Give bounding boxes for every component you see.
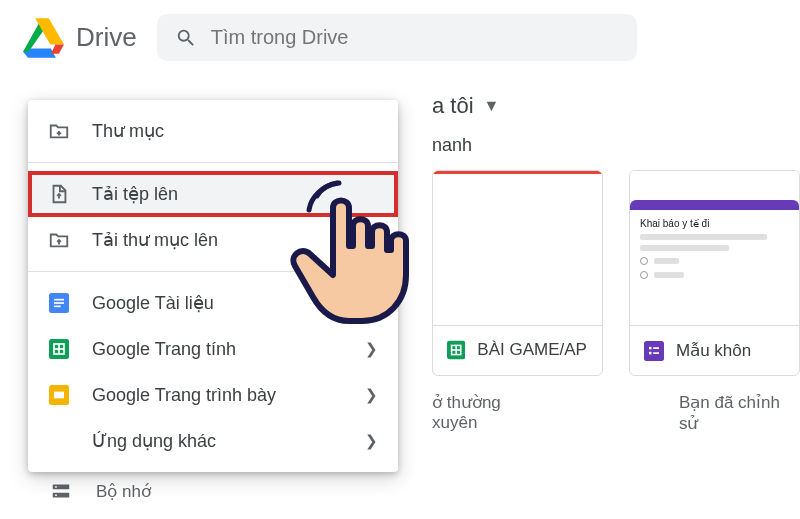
sheets-icon bbox=[48, 338, 70, 360]
menu-item-gsheets[interactable]: Google Trang tính ❯ bbox=[28, 326, 398, 372]
menu-item-gslides[interactable]: Google Trang trình bày ❯ bbox=[28, 372, 398, 418]
menu-label: Google Trang trình bày bbox=[92, 385, 276, 406]
menu-label: Thư mục bbox=[92, 120, 164, 142]
docs-icon bbox=[48, 292, 70, 314]
logo[interactable]: Drive bbox=[20, 18, 137, 58]
menu-label: Ứng dụng khác bbox=[92, 430, 216, 452]
storage-label: Bộ nhớ bbox=[96, 481, 151, 502]
blank-icon bbox=[48, 430, 70, 452]
drive-logo-icon bbox=[20, 18, 64, 58]
svg-rect-20 bbox=[54, 392, 64, 399]
chevron-right-icon: ❯ bbox=[365, 340, 378, 358]
menu-item-new-folder[interactable]: Thư mục bbox=[28, 108, 398, 154]
svg-rect-5 bbox=[649, 346, 652, 349]
card-title: Mẫu khôn bbox=[676, 340, 751, 361]
slides-icon bbox=[48, 384, 70, 406]
menu-item-upload-file[interactable]: Tải tệp lên bbox=[28, 171, 398, 217]
chevron-right-icon: ❯ bbox=[365, 386, 378, 404]
svg-rect-14 bbox=[54, 306, 61, 308]
card-subtitle: Bạn đã chỉnh sử bbox=[679, 392, 800, 434]
new-menu: Thư mục Tải tệp lên Tải thư mục lên Goog… bbox=[28, 100, 398, 472]
chevron-right-icon: ❯ bbox=[365, 432, 378, 450]
search-input[interactable] bbox=[211, 26, 619, 49]
svg-rect-4 bbox=[644, 341, 664, 361]
card-form[interactable]: Khai báo y tế đi Mẫu khôn bbox=[629, 170, 800, 376]
menu-item-gdocs[interactable]: Google Tài liệu ❯ bbox=[28, 280, 398, 326]
app-title: Drive bbox=[76, 22, 137, 53]
svg-point-21 bbox=[55, 486, 57, 488]
card-thumbnail bbox=[433, 171, 602, 326]
menu-label: Tải tệp lên bbox=[92, 183, 178, 205]
menu-label: Google Trang tính bbox=[92, 339, 236, 360]
sidebar-item-storage[interactable]: Bộ nhớ bbox=[50, 480, 151, 502]
menu-item-upload-folder[interactable]: Tải thư mục lên bbox=[28, 217, 398, 263]
storage-icon bbox=[50, 480, 72, 502]
sheets-icon bbox=[447, 340, 465, 360]
new-folder-icon bbox=[48, 120, 70, 142]
upload-file-icon bbox=[48, 183, 70, 205]
svg-point-22 bbox=[55, 494, 57, 496]
chevron-right-icon: ❯ bbox=[365, 294, 378, 312]
search-icon bbox=[175, 27, 197, 49]
menu-separator bbox=[28, 271, 398, 272]
svg-rect-8 bbox=[653, 352, 659, 354]
header: Drive bbox=[0, 0, 800, 75]
forms-icon bbox=[644, 341, 664, 361]
card-title: BÀI GAME/APP bbox=[477, 340, 588, 360]
search-box[interactable] bbox=[157, 14, 637, 61]
breadcrumb-text: a tôi bbox=[432, 93, 474, 119]
menu-label: Tải thư mục lên bbox=[92, 229, 218, 251]
svg-rect-12 bbox=[54, 299, 64, 301]
menu-item-more-apps[interactable]: Ứng dụng khác ❯ bbox=[28, 418, 398, 464]
card-game-app[interactable]: BÀI GAME/APP bbox=[432, 170, 603, 376]
menu-separator bbox=[28, 162, 398, 163]
card-subtitle: ở thường xuyên bbox=[432, 392, 547, 434]
form-thumb-title: Khai báo y tế đi bbox=[640, 218, 789, 229]
card-thumbnail: Khai báo y tế đi bbox=[630, 171, 799, 326]
menu-label: Google Tài liệu bbox=[92, 292, 214, 314]
chevron-down-icon: ▼ bbox=[484, 97, 500, 115]
svg-rect-13 bbox=[54, 302, 64, 304]
svg-rect-6 bbox=[653, 347, 659, 349]
svg-rect-7 bbox=[649, 351, 652, 354]
upload-folder-icon bbox=[48, 229, 70, 251]
